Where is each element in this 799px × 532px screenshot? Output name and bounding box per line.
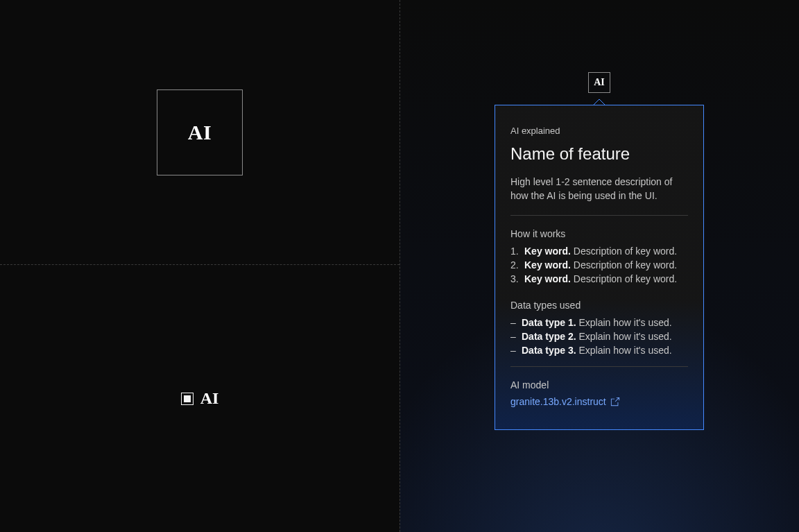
popover-title: Name of feature — [510, 142, 688, 166]
ai-badge-label: AI — [594, 77, 605, 88]
how-it-works-label: How it works — [510, 227, 688, 241]
list-item: Key word. Description of key word. — [510, 272, 688, 286]
ai-badge[interactable]: AI — [588, 72, 610, 93]
ai-model-label: AI model — [510, 378, 688, 392]
data-types-label: Data types used — [510, 298, 688, 312]
ai-large-label: AI — [188, 121, 212, 144]
list-item: Data type 3. Explain how it's used. — [510, 343, 688, 357]
popover-caret-icon — [593, 98, 605, 105]
ai-large-tile: AI — [157, 89, 243, 175]
divider — [510, 366, 688, 367]
ai-model-link-text: granite.13b.v2.instruct — [510, 395, 606, 409]
data-types-list: Data type 1. Explain how it's used. Data… — [510, 316, 688, 358]
ai-model-link[interactable]: granite.13b.v2.instruct — [510, 395, 620, 409]
ai-large-cell: AI — [0, 0, 400, 265]
ai-inline-cell: AI — [0, 265, 400, 532]
ai-explain-popover: AI explained Name of feature High level … — [495, 105, 704, 430]
list-item: Key word. Description of key word. — [510, 244, 688, 258]
right-column: AI AI explained Name of feature High lev… — [400, 0, 799, 532]
launch-icon — [610, 397, 620, 406]
ai-inline-group: AI — [181, 389, 219, 408]
list-item: Data type 2. Explain how it's used. — [510, 329, 688, 343]
how-it-works-list: Key word. Description of key word. Key w… — [510, 244, 688, 286]
popover-description: High level 1-2 sentence description of h… — [510, 175, 688, 203]
left-column: AI AI — [0, 0, 400, 532]
list-item: Data type 1. Explain how it's used. — [510, 316, 688, 329]
popover-eyebrow: AI explained — [510, 125, 688, 138]
list-item: Key word. Description of key word. — [510, 258, 688, 272]
ai-inline-label: AI — [200, 389, 219, 408]
stop-icon[interactable] — [181, 393, 194, 405]
divider — [510, 215, 688, 216]
